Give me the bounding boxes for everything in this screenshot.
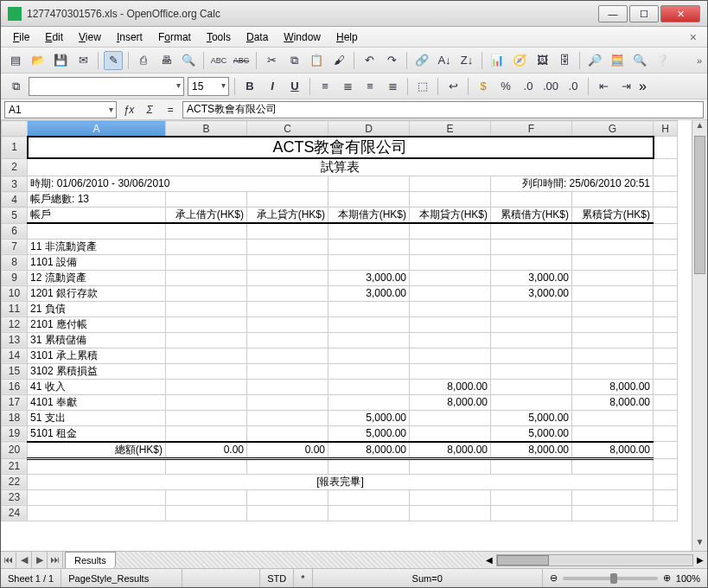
percent-icon[interactable]: % <box>496 77 515 96</box>
merge-cells-icon[interactable]: ⬚ <box>413 77 432 96</box>
menu-format[interactable]: Format <box>151 29 198 45</box>
menu-insert[interactable]: Insert <box>110 29 150 45</box>
preview-icon[interactable]: 🔍 <box>179 51 198 70</box>
bold-button[interactable]: B <box>240 77 259 96</box>
toolbar-expand-icon[interactable]: » <box>697 55 702 66</box>
export-pdf-icon[interactable]: ⎙ <box>134 51 153 70</box>
maximize-button[interactable]: ☐ <box>629 5 659 22</box>
cell-A4[interactable]: 帳戶總數: 13 <box>28 192 166 208</box>
open-icon[interactable]: 📂 <box>29 51 48 70</box>
copy-icon[interactable]: ⧉ <box>284 51 303 70</box>
italic-button[interactable]: I <box>263 77 282 96</box>
cell-A3[interactable]: 時期: 01/06/2010 - 30/06/2010 <box>28 176 328 192</box>
tab-first-icon[interactable]: ⏮ <box>1 552 16 568</box>
decrease-indent-icon[interactable]: ⇤ <box>594 77 613 96</box>
sort-desc-icon[interactable]: Z↓ <box>457 51 476 70</box>
number-format-icon[interactable]: .0 <box>519 77 538 96</box>
navigator-icon[interactable]: 🧭 <box>510 51 529 70</box>
tab-last-icon[interactable]: ⏭ <box>48 552 63 568</box>
increase-indent-icon[interactable]: ⇥ <box>616 77 635 96</box>
status-mode[interactable]: STD <box>260 569 294 587</box>
print-icon[interactable]: 🖶 <box>156 51 175 70</box>
zoom-icon[interactable]: 🔍 <box>630 51 649 70</box>
font-name-combo[interactable] <box>29 77 184 96</box>
wrap-text-icon[interactable]: ↩ <box>443 77 462 96</box>
styles-icon[interactable]: ⧉ <box>6 77 25 96</box>
cell-F3[interactable]: 列印時間: 25/06/2010 20:51 <box>491 176 654 192</box>
datasources-icon[interactable]: 🗄 <box>555 51 574 70</box>
email-icon[interactable]: ✉ <box>73 51 92 70</box>
hscroll-left-icon[interactable]: ◀ <box>482 555 496 565</box>
undo-icon[interactable]: ↶ <box>360 51 379 70</box>
column-headers[interactable]: A B C D E F G H <box>2 121 678 137</box>
col-header-A[interactable]: A <box>28 121 166 137</box>
scroll-down-icon[interactable]: ▼ <box>692 537 707 551</box>
zoom-out-icon[interactable]: ⊖ <box>550 572 558 584</box>
status-sum[interactable]: Sum=0 <box>313 569 543 587</box>
remove-decimal-icon[interactable]: .0 <box>564 77 583 96</box>
function-wizard-icon[interactable]: ƒx <box>120 101 137 118</box>
gallery-icon[interactable]: 🖼 <box>533 51 552 70</box>
menu-edit[interactable]: Edit <box>38 29 70 45</box>
zoom-slider[interactable] <box>563 577 658 580</box>
font-size-combo[interactable]: 15 <box>188 77 229 96</box>
menu-view[interactable]: View <box>72 29 108 45</box>
new-icon[interactable]: ▤ <box>6 51 25 70</box>
menu-data[interactable]: Data <box>239 29 275 45</box>
status-pagestyle[interactable]: PageStyle_Results <box>61 569 182 587</box>
col-header-F[interactable]: F <box>491 121 572 137</box>
zoom-in-icon[interactable]: ⊕ <box>663 572 671 584</box>
align-right-icon[interactable]: ≡ <box>360 77 380 96</box>
col-header-G[interactable]: G <box>572 121 654 137</box>
row-header[interactable]: 1 <box>2 137 28 159</box>
format-paintbrush-icon[interactable]: 🖌 <box>329 51 348 70</box>
close-button[interactable]: ✕ <box>660 5 700 22</box>
save-icon[interactable]: 💾 <box>51 51 70 70</box>
paste-icon[interactable]: 📋 <box>307 51 326 70</box>
col-header-C[interactable]: C <box>247 121 328 137</box>
menu-window[interactable]: Window <box>277 29 328 45</box>
find-icon[interactable]: 🔎 <box>585 51 604 70</box>
minimize-button[interactable]: — <box>598 5 628 22</box>
scroll-thumb[interactable] <box>694 136 705 274</box>
cell-A1[interactable]: ACTS教會有限公司 <box>28 137 654 159</box>
sheet-tab-results[interactable]: Results <box>65 552 116 568</box>
tab-prev-icon[interactable]: ◀ <box>16 552 32 568</box>
headers-icon[interactable]: 🧮 <box>608 51 627 70</box>
underline-button[interactable]: U <box>285 77 304 96</box>
align-left-icon[interactable]: ≡ <box>316 77 335 96</box>
name-box[interactable]: A1 <box>4 101 117 118</box>
autospell-icon[interactable]: ABC <box>232 51 251 70</box>
cell-A5[interactable]: 帳戶 <box>28 208 166 224</box>
zoom-control[interactable]: ⊖ ⊕ 100% <box>543 572 707 584</box>
cell-A2[interactable]: 試算表 <box>28 158 654 176</box>
tab-next-icon[interactable]: ▶ <box>32 552 48 568</box>
chart-icon[interactable]: 📊 <box>488 51 507 70</box>
cut-icon[interactable]: ✂ <box>262 51 281 70</box>
col-header-D[interactable]: D <box>328 121 410 137</box>
equals-icon[interactable]: = <box>162 101 179 118</box>
col-header-B[interactable]: B <box>166 121 247 137</box>
col-header-H[interactable]: H <box>654 121 678 137</box>
titlebar[interactable]: 1277470301576.xls - OpenOffice.org Calc … <box>1 1 707 27</box>
grid[interactable]: A B C D E F G H 1 ACTS教會有限公司 2 試算表 3 時期:… <box>1 120 692 551</box>
sum-icon[interactable]: Σ <box>141 101 158 118</box>
align-justify-icon[interactable]: ≣ <box>383 77 402 96</box>
align-center-icon[interactable]: ≣ <box>338 77 357 96</box>
zoom-value[interactable]: 100% <box>676 573 700 584</box>
redo-icon[interactable]: ↷ <box>382 51 401 70</box>
formula-input[interactable]: ACTS教會有限公司 <box>182 101 704 118</box>
menu-help[interactable]: Help <box>329 29 365 45</box>
add-decimal-icon[interactable]: .00 <box>541 77 560 96</box>
spellcheck-icon[interactable]: ABC <box>209 51 228 70</box>
hyperlink-icon[interactable]: 🔗 <box>412 51 431 70</box>
scroll-up-icon[interactable]: ▲ <box>692 120 707 134</box>
document-close-icon[interactable]: × <box>685 30 702 44</box>
menu-file[interactable]: File <box>6 29 36 45</box>
vertical-scrollbar[interactable]: ▲ ▼ <box>692 120 707 551</box>
currency-icon[interactable]: $ <box>474 77 493 96</box>
menu-tools[interactable]: Tools <box>200 29 238 45</box>
horizontal-scrollbar[interactable]: ◀ ▶ <box>482 552 707 568</box>
sort-asc-icon[interactable]: A↓ <box>435 51 454 70</box>
hscroll-right-icon[interactable]: ▶ <box>693 555 707 565</box>
